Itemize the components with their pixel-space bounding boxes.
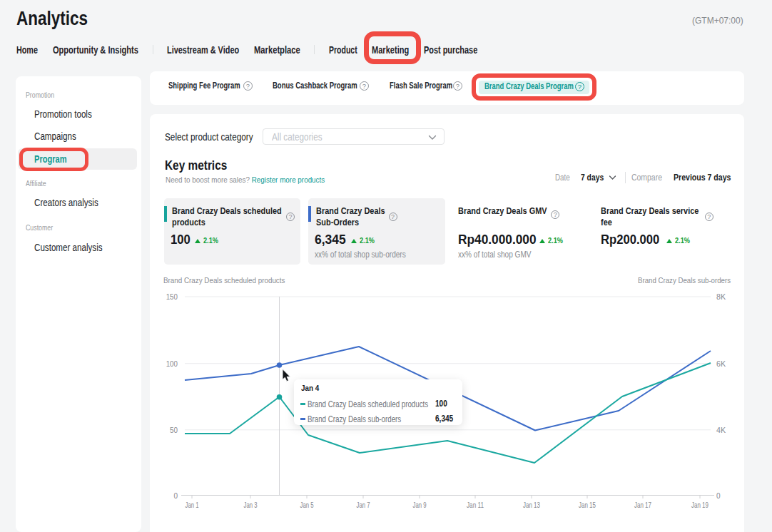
svg-text:Jan 9: Jan 9 — [413, 501, 427, 509]
svg-text:8K: 8K — [716, 292, 726, 301]
svg-text:150: 150 — [166, 292, 178, 301]
svg-text:Jan 17: Jan 17 — [634, 501, 651, 509]
svg-text:Jan 19: Jan 19 — [691, 501, 708, 509]
svg-text:4K: 4K — [716, 426, 726, 434]
svg-text:100: 100 — [166, 359, 178, 368]
svg-text:Jan 3: Jan 3 — [244, 501, 258, 509]
svg-text:Brand Crazy Deals sub-orders: Brand Crazy Deals sub-orders — [638, 276, 731, 285]
svg-text:Jan 7: Jan 7 — [357, 501, 370, 509]
svg-text:50: 50 — [170, 426, 178, 434]
svg-text:Jan 1: Jan 1 — [186, 501, 199, 509]
svg-text:Jan 15: Jan 15 — [579, 501, 596, 509]
svg-text:Jan 11: Jan 11 — [467, 501, 484, 509]
svg-text:Jan 13: Jan 13 — [523, 501, 540, 509]
svg-text:Jan 5: Jan 5 — [300, 501, 314, 509]
svg-text:0: 0 — [173, 491, 178, 500]
svg-text:Brand Crazy Deals scheduled pr: Brand Crazy Deals scheduled products — [163, 276, 285, 285]
svg-text:6K: 6K — [716, 359, 726, 368]
svg-text:0: 0 — [716, 491, 721, 500]
